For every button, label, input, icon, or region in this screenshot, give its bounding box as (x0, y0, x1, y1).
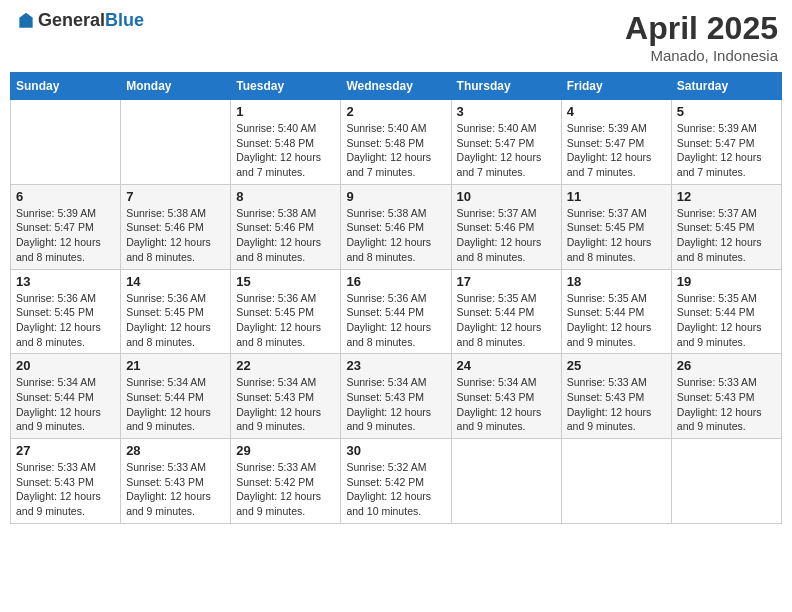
day-number: 23 (346, 358, 445, 373)
day-number: 6 (16, 189, 115, 204)
day-number: 27 (16, 443, 115, 458)
day-info: Sunrise: 5:33 AM Sunset: 5:43 PM Dayligh… (126, 460, 225, 519)
day-number: 5 (677, 104, 776, 119)
page-header: GeneralBlue April 2025 Manado, Indonesia (10, 10, 782, 64)
day-number: 15 (236, 274, 335, 289)
calendar-cell: 30Sunrise: 5:32 AM Sunset: 5:42 PM Dayli… (341, 439, 451, 524)
day-number: 28 (126, 443, 225, 458)
day-info: Sunrise: 5:35 AM Sunset: 5:44 PM Dayligh… (677, 291, 776, 350)
calendar-table: SundayMondayTuesdayWednesdayThursdayFrid… (10, 72, 782, 524)
calendar-cell: 11Sunrise: 5:37 AM Sunset: 5:45 PM Dayli… (561, 184, 671, 269)
day-info: Sunrise: 5:32 AM Sunset: 5:42 PM Dayligh… (346, 460, 445, 519)
calendar-cell: 23Sunrise: 5:34 AM Sunset: 5:43 PM Dayli… (341, 354, 451, 439)
logo-general: General (38, 10, 105, 30)
day-number: 4 (567, 104, 666, 119)
day-info: Sunrise: 5:33 AM Sunset: 5:43 PM Dayligh… (16, 460, 115, 519)
weekday-header: Saturday (671, 73, 781, 100)
logo-blue: Blue (105, 10, 144, 30)
calendar-cell: 16Sunrise: 5:36 AM Sunset: 5:44 PM Dayli… (341, 269, 451, 354)
day-info: Sunrise: 5:34 AM Sunset: 5:43 PM Dayligh… (236, 375, 335, 434)
day-number: 8 (236, 189, 335, 204)
day-info: Sunrise: 5:37 AM Sunset: 5:46 PM Dayligh… (457, 206, 556, 265)
day-info: Sunrise: 5:40 AM Sunset: 5:48 PM Dayligh… (236, 121, 335, 180)
weekday-header: Sunday (11, 73, 121, 100)
weekday-header: Monday (121, 73, 231, 100)
day-number: 24 (457, 358, 556, 373)
calendar-cell: 22Sunrise: 5:34 AM Sunset: 5:43 PM Dayli… (231, 354, 341, 439)
day-number: 17 (457, 274, 556, 289)
calendar-cell: 21Sunrise: 5:34 AM Sunset: 5:44 PM Dayli… (121, 354, 231, 439)
weekday-header: Thursday (451, 73, 561, 100)
logo: GeneralBlue (14, 10, 144, 31)
day-info: Sunrise: 5:38 AM Sunset: 5:46 PM Dayligh… (126, 206, 225, 265)
day-info: Sunrise: 5:33 AM Sunset: 5:43 PM Dayligh… (567, 375, 666, 434)
calendar-cell (121, 100, 231, 185)
day-info: Sunrise: 5:38 AM Sunset: 5:46 PM Dayligh… (346, 206, 445, 265)
day-number: 21 (126, 358, 225, 373)
calendar-cell: 24Sunrise: 5:34 AM Sunset: 5:43 PM Dayli… (451, 354, 561, 439)
day-number: 26 (677, 358, 776, 373)
calendar-cell: 6Sunrise: 5:39 AM Sunset: 5:47 PM Daylig… (11, 184, 121, 269)
calendar-cell: 29Sunrise: 5:33 AM Sunset: 5:42 PM Dayli… (231, 439, 341, 524)
day-info: Sunrise: 5:39 AM Sunset: 5:47 PM Dayligh… (16, 206, 115, 265)
day-number: 19 (677, 274, 776, 289)
calendar-cell (561, 439, 671, 524)
day-number: 22 (236, 358, 335, 373)
calendar-week-row: 6Sunrise: 5:39 AM Sunset: 5:47 PM Daylig… (11, 184, 782, 269)
logo-icon (16, 11, 36, 31)
calendar-cell: 14Sunrise: 5:36 AM Sunset: 5:45 PM Dayli… (121, 269, 231, 354)
day-number: 18 (567, 274, 666, 289)
calendar-cell (671, 439, 781, 524)
day-number: 29 (236, 443, 335, 458)
calendar-cell: 17Sunrise: 5:35 AM Sunset: 5:44 PM Dayli… (451, 269, 561, 354)
day-number: 25 (567, 358, 666, 373)
calendar-week-row: 13Sunrise: 5:36 AM Sunset: 5:45 PM Dayli… (11, 269, 782, 354)
title-block: April 2025 Manado, Indonesia (625, 10, 778, 64)
day-info: Sunrise: 5:33 AM Sunset: 5:42 PM Dayligh… (236, 460, 335, 519)
calendar-cell: 20Sunrise: 5:34 AM Sunset: 5:44 PM Dayli… (11, 354, 121, 439)
calendar-cell: 25Sunrise: 5:33 AM Sunset: 5:43 PM Dayli… (561, 354, 671, 439)
weekday-header: Friday (561, 73, 671, 100)
calendar-cell: 28Sunrise: 5:33 AM Sunset: 5:43 PM Dayli… (121, 439, 231, 524)
calendar-cell (451, 439, 561, 524)
day-info: Sunrise: 5:34 AM Sunset: 5:43 PM Dayligh… (346, 375, 445, 434)
calendar-cell: 27Sunrise: 5:33 AM Sunset: 5:43 PM Dayli… (11, 439, 121, 524)
calendar-cell: 8Sunrise: 5:38 AM Sunset: 5:46 PM Daylig… (231, 184, 341, 269)
calendar-cell (11, 100, 121, 185)
day-number: 12 (677, 189, 776, 204)
day-info: Sunrise: 5:39 AM Sunset: 5:47 PM Dayligh… (567, 121, 666, 180)
day-info: Sunrise: 5:36 AM Sunset: 5:45 PM Dayligh… (126, 291, 225, 350)
day-number: 3 (457, 104, 556, 119)
calendar-cell: 19Sunrise: 5:35 AM Sunset: 5:44 PM Dayli… (671, 269, 781, 354)
day-number: 30 (346, 443, 445, 458)
day-info: Sunrise: 5:36 AM Sunset: 5:44 PM Dayligh… (346, 291, 445, 350)
calendar-week-row: 27Sunrise: 5:33 AM Sunset: 5:43 PM Dayli… (11, 439, 782, 524)
calendar-cell: 5Sunrise: 5:39 AM Sunset: 5:47 PM Daylig… (671, 100, 781, 185)
month-title: April 2025 (625, 10, 778, 47)
day-number: 13 (16, 274, 115, 289)
day-info: Sunrise: 5:34 AM Sunset: 5:43 PM Dayligh… (457, 375, 556, 434)
day-info: Sunrise: 5:33 AM Sunset: 5:43 PM Dayligh… (677, 375, 776, 434)
day-info: Sunrise: 5:40 AM Sunset: 5:47 PM Dayligh… (457, 121, 556, 180)
calendar-cell: 1Sunrise: 5:40 AM Sunset: 5:48 PM Daylig… (231, 100, 341, 185)
day-info: Sunrise: 5:34 AM Sunset: 5:44 PM Dayligh… (16, 375, 115, 434)
day-info: Sunrise: 5:36 AM Sunset: 5:45 PM Dayligh… (236, 291, 335, 350)
weekday-header: Tuesday (231, 73, 341, 100)
calendar-header-row: SundayMondayTuesdayWednesdayThursdayFrid… (11, 73, 782, 100)
day-info: Sunrise: 5:36 AM Sunset: 5:45 PM Dayligh… (16, 291, 115, 350)
day-number: 10 (457, 189, 556, 204)
calendar-cell: 2Sunrise: 5:40 AM Sunset: 5:48 PM Daylig… (341, 100, 451, 185)
calendar-cell: 12Sunrise: 5:37 AM Sunset: 5:45 PM Dayli… (671, 184, 781, 269)
calendar-cell: 3Sunrise: 5:40 AM Sunset: 5:47 PM Daylig… (451, 100, 561, 185)
day-number: 9 (346, 189, 445, 204)
weekday-header: Wednesday (341, 73, 451, 100)
calendar-cell: 4Sunrise: 5:39 AM Sunset: 5:47 PM Daylig… (561, 100, 671, 185)
calendar-cell: 9Sunrise: 5:38 AM Sunset: 5:46 PM Daylig… (341, 184, 451, 269)
calendar-cell: 7Sunrise: 5:38 AM Sunset: 5:46 PM Daylig… (121, 184, 231, 269)
calendar-cell: 26Sunrise: 5:33 AM Sunset: 5:43 PM Dayli… (671, 354, 781, 439)
calendar-week-row: 20Sunrise: 5:34 AM Sunset: 5:44 PM Dayli… (11, 354, 782, 439)
day-info: Sunrise: 5:39 AM Sunset: 5:47 PM Dayligh… (677, 121, 776, 180)
day-number: 1 (236, 104, 335, 119)
calendar-week-row: 1Sunrise: 5:40 AM Sunset: 5:48 PM Daylig… (11, 100, 782, 185)
day-info: Sunrise: 5:37 AM Sunset: 5:45 PM Dayligh… (677, 206, 776, 265)
